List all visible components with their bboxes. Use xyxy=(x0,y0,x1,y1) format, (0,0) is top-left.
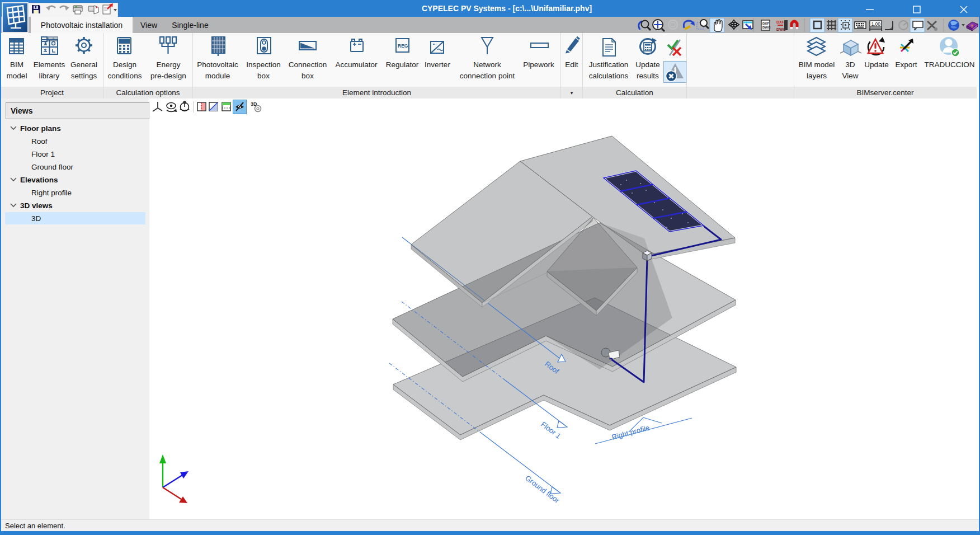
svg-text:DXF: DXF xyxy=(762,22,769,25)
svg-text:DWG: DWG xyxy=(762,26,771,29)
svg-text:REG: REG xyxy=(398,43,408,49)
svg-text:DXF: DXF xyxy=(776,20,785,24)
svg-text:?: ? xyxy=(970,24,973,29)
svg-text:1.00: 1.00 xyxy=(871,21,881,27)
